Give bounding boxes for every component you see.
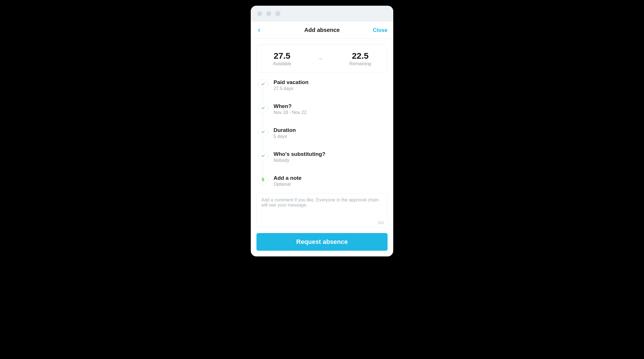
close-button[interactable]: Close xyxy=(373,27,388,33)
step-when[interactable]: When? Nov 18 - Nov 22 xyxy=(258,103,388,127)
step-body: Who's substituting? Nobody xyxy=(274,151,325,163)
step-badge xyxy=(258,103,268,113)
step-substituting[interactable]: Who's substituting? Nobody xyxy=(258,151,388,175)
step-title: Add a note xyxy=(274,175,301,181)
step-subtitle: Nobody xyxy=(274,158,325,163)
steps-list: Paid vacation 27.5 days When? Nov 18 - N… xyxy=(256,79,388,192)
window-control-dot[interactable] xyxy=(266,11,271,16)
back-button[interactable] xyxy=(256,26,266,34)
note-textarea[interactable] xyxy=(261,197,383,216)
page-title: Add absence xyxy=(251,27,393,33)
check-icon xyxy=(261,82,265,86)
window-titlebar xyxy=(251,6,393,22)
balance-card: 27.5 Available → 22.5 Remaining xyxy=(256,44,388,72)
remaining-label: Remaining xyxy=(349,61,371,66)
chevron-left-icon xyxy=(256,28,262,33)
note-box: 250 xyxy=(256,193,388,227)
page-header: Add absence Close xyxy=(251,22,393,39)
app-window: Add absence Close 27.5 Available → 22.5 … xyxy=(251,6,393,256)
step-badge: 5 xyxy=(258,175,268,185)
check-icon xyxy=(261,130,265,134)
footer: Request absence xyxy=(251,227,393,256)
step-body: Add a note Optional xyxy=(274,175,301,187)
step-body: When? Nov 18 - Nov 22 xyxy=(274,103,307,115)
window-control-dot[interactable] xyxy=(275,11,280,16)
available-value: 27.5 xyxy=(273,51,291,61)
step-add-note[interactable]: 5 Add a note Optional xyxy=(258,175,388,192)
step-duration[interactable]: Duration 5 days xyxy=(258,127,388,151)
step-title: When? xyxy=(274,103,307,109)
step-subtitle: 5 days xyxy=(274,134,296,139)
step-subtitle: Optional xyxy=(274,182,301,187)
step-badge xyxy=(258,127,268,137)
check-icon xyxy=(261,106,265,110)
step-absence-type[interactable]: Paid vacation 27.5 days xyxy=(258,79,388,103)
step-subtitle: 27.5 days xyxy=(274,86,309,91)
window-control-dot[interactable] xyxy=(257,11,262,16)
request-absence-button[interactable]: Request absence xyxy=(256,233,388,251)
step-title: Paid vacation xyxy=(274,79,309,85)
available-label: Available xyxy=(273,61,291,66)
arrow-right-icon: → xyxy=(318,56,323,62)
step-subtitle: Nov 18 - Nov 22 xyxy=(274,110,307,115)
balance-remaining: 22.5 Remaining xyxy=(349,51,371,66)
remaining-value: 22.5 xyxy=(349,51,371,61)
step-badge xyxy=(258,151,268,161)
step-title: Who's substituting? xyxy=(274,151,325,157)
content-area: 27.5 Available → 22.5 Remaining Paid vac… xyxy=(251,39,393,227)
step-badge xyxy=(258,79,268,89)
char-count: 250 xyxy=(378,221,384,225)
check-icon xyxy=(261,154,265,158)
step-body: Duration 5 days xyxy=(274,127,296,139)
step-body: Paid vacation 27.5 days xyxy=(274,79,309,91)
balance-available: 27.5 Available xyxy=(273,51,291,66)
step-title: Duration xyxy=(274,127,296,133)
